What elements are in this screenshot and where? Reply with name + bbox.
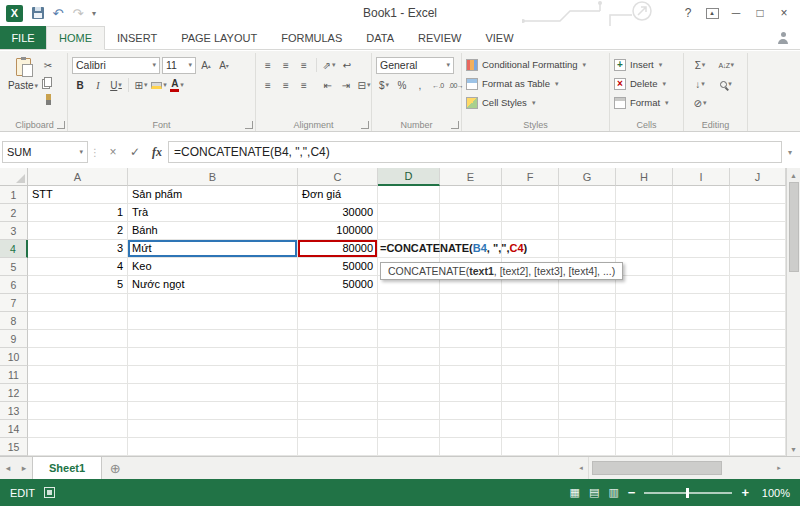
align-center-button[interactable]: ≡ — [278, 77, 294, 93]
enter-button[interactable]: ✓ — [124, 141, 146, 163]
row-header-13[interactable]: 13 — [0, 402, 28, 420]
cell-D13[interactable] — [378, 402, 440, 420]
row-header-14[interactable]: 14 — [0, 420, 28, 438]
accounting-format-button[interactable]: $▾ — [376, 77, 392, 93]
cell-J12[interactable] — [730, 384, 786, 402]
cell-I1[interactable] — [673, 186, 730, 204]
cell-G14[interactable] — [559, 420, 616, 438]
zoom-out-button[interactable]: − — [628, 485, 636, 500]
column-header-H[interactable]: H — [616, 168, 673, 186]
excel-logo-icon[interactable]: X — [6, 5, 23, 22]
formula-bar-expand-button[interactable]: ▾ — [782, 148, 798, 157]
paste-button[interactable]: Paste▾ — [6, 55, 40, 107]
cell-J9[interactable] — [730, 330, 786, 348]
cell-H15[interactable] — [616, 438, 673, 456]
cell-A13[interactable] — [28, 402, 128, 420]
cell-C8[interactable] — [298, 312, 378, 330]
increase-indent-button[interactable]: ⇥ — [338, 77, 354, 93]
cell-F15[interactable] — [502, 438, 559, 456]
cell-G1[interactable] — [559, 186, 616, 204]
row-header-1[interactable]: 1 — [0, 186, 28, 204]
horizontal-scroll-thumb[interactable] — [592, 461, 722, 475]
undo-button[interactable]: ↶ — [48, 3, 68, 23]
zoom-in-button[interactable]: + — [741, 485, 749, 500]
cell-A14[interactable] — [28, 420, 128, 438]
cell-I2[interactable] — [673, 204, 730, 222]
scroll-up-button[interactable]: ▲ — [787, 168, 800, 182]
redo-button[interactable]: ↷ — [68, 3, 88, 23]
cell-J4[interactable] — [730, 240, 786, 258]
cell-J1[interactable] — [730, 186, 786, 204]
cell-F3[interactable] — [502, 222, 559, 240]
cell-G11[interactable] — [559, 366, 616, 384]
row-header-15[interactable]: 15 — [0, 438, 28, 456]
clipboard-dialog-launcher[interactable] — [57, 121, 65, 129]
align-middle-button[interactable]: ≡ — [278, 57, 294, 73]
cell-E2[interactable] — [440, 204, 502, 222]
format-cells-button[interactable]: Format ▾ — [614, 93, 679, 112]
cell-B11[interactable] — [128, 366, 298, 384]
cell-I7[interactable] — [673, 294, 730, 312]
close-button[interactable]: × — [772, 3, 796, 23]
tab-data[interactable]: DATA — [354, 26, 406, 49]
cell-G2[interactable] — [559, 204, 616, 222]
cell-H1[interactable] — [616, 186, 673, 204]
align-left-button[interactable]: ≡ — [260, 77, 276, 93]
cell-B1[interactable]: Sản phẩm — [128, 186, 298, 204]
cell-D12[interactable] — [378, 384, 440, 402]
cell-I4[interactable] — [673, 240, 730, 258]
cell-J14[interactable] — [730, 420, 786, 438]
cell-I10[interactable] — [673, 348, 730, 366]
cell-D3[interactable] — [378, 222, 440, 240]
cell-H12[interactable] — [616, 384, 673, 402]
cell-D2[interactable] — [378, 204, 440, 222]
macro-record-button[interactable] — [44, 487, 55, 498]
normal-view-button[interactable]: ▦ — [570, 486, 580, 499]
cell-E15[interactable] — [440, 438, 502, 456]
align-top-button[interactable]: ≡ — [260, 57, 276, 73]
cell-E11[interactable] — [440, 366, 502, 384]
cell-F9[interactable] — [502, 330, 559, 348]
cell-C12[interactable] — [298, 384, 378, 402]
row-header-2[interactable]: 2 — [0, 204, 28, 222]
cell-G9[interactable] — [559, 330, 616, 348]
tab-formulas[interactable]: FORMULAS — [269, 26, 354, 49]
comma-style-button[interactable]: , — [412, 77, 428, 93]
cell-E9[interactable] — [440, 330, 502, 348]
cell-I6[interactable] — [673, 276, 730, 294]
cell-H3[interactable] — [616, 222, 673, 240]
align-right-button[interactable]: ≡ — [296, 77, 312, 93]
cell-D9[interactable] — [378, 330, 440, 348]
cell-E14[interactable] — [440, 420, 502, 438]
cell-F1[interactable] — [502, 186, 559, 204]
cell-C11[interactable] — [298, 366, 378, 384]
insert-cells-button[interactable]: + Insert ▾ — [614, 55, 679, 74]
select-all-button[interactable] — [0, 168, 28, 186]
merge-center-button[interactable]: ⊟▾ — [356, 77, 372, 93]
fill-button[interactable]: ↓▾ — [688, 76, 712, 92]
cell-B13[interactable] — [128, 402, 298, 420]
cell-F13[interactable] — [502, 402, 559, 420]
cell-A1[interactable]: STT — [28, 186, 128, 204]
cell-A9[interactable] — [28, 330, 128, 348]
increase-decimal-button[interactable]: ←.0 — [430, 77, 446, 93]
row-header-4[interactable]: 4 — [0, 240, 28, 258]
horizontal-scrollbar[interactable]: ◂ ▸ — [574, 457, 800, 479]
cell-C6[interactable]: 50000 — [298, 276, 378, 294]
conditional-formatting-button[interactable]: Conditional Formatting ▾ — [466, 55, 605, 74]
cell-E13[interactable] — [440, 402, 502, 420]
cell-H9[interactable] — [616, 330, 673, 348]
column-header-B[interactable]: B — [128, 168, 298, 186]
minimize-button[interactable]: ─ — [724, 3, 748, 23]
cell-G7[interactable] — [559, 294, 616, 312]
row-header-12[interactable]: 12 — [0, 384, 28, 402]
cell-B10[interactable] — [128, 348, 298, 366]
italic-button[interactable]: I — [90, 77, 106, 93]
cell-A3[interactable]: 2 — [28, 222, 128, 240]
cell-H5[interactable] — [616, 258, 673, 276]
cell-F14[interactable] — [502, 420, 559, 438]
quick-access-customize-button[interactable]: ▾ — [88, 3, 100, 23]
formula-bar-drag-handle[interactable]: ⋮ — [88, 147, 102, 158]
cell-A6[interactable]: 5 — [28, 276, 128, 294]
cell-B3[interactable]: Bánh — [128, 222, 298, 240]
